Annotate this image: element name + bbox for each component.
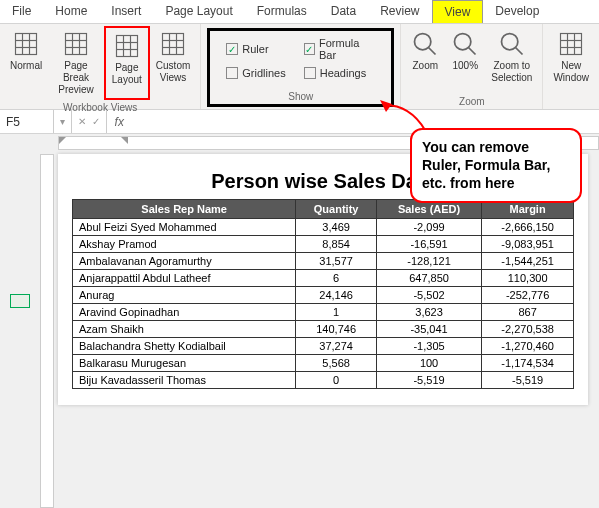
- svg-rect-26: [561, 34, 582, 55]
- table-row[interactable]: Aravind Gopinadhan13,623867: [73, 304, 574, 321]
- data-table: Sales Rep NameQuantitySales (AED)Margin …: [72, 199, 574, 389]
- table-row[interactable]: Biju Kavadasseril Thomas0-5,519-5,519: [73, 372, 574, 389]
- 100%-button[interactable]: 100%: [445, 26, 485, 94]
- vertical-ruler[interactable]: [40, 154, 54, 508]
- checkbox-gridlines[interactable]: Gridlines: [226, 67, 285, 79]
- group-zoom: Zoom100%Zoom toSelection Zoom: [401, 24, 543, 109]
- ribbon: NormalPage BreakPreviewPageLayoutCustomV…: [0, 24, 599, 110]
- column-header[interactable]: Sales Rep Name: [73, 200, 296, 219]
- row-header[interactable]: [10, 294, 30, 308]
- group-label: Show: [226, 89, 375, 104]
- group-workbook-views: NormalPage BreakPreviewPageLayoutCustomV…: [0, 24, 201, 109]
- group-show: ✓Ruler✓Formula BarGridlinesHeadings Show: [201, 24, 401, 109]
- column-header[interactable]: Quantity: [296, 200, 377, 219]
- svg-line-21: [429, 48, 436, 55]
- svg-marker-31: [380, 100, 392, 112]
- custom-button[interactable]: CustomViews: [150, 26, 196, 100]
- table-row[interactable]: Balachandra Shetty Kodialbail37,274-1,30…: [73, 338, 574, 355]
- tab-insert[interactable]: Insert: [99, 0, 153, 23]
- tab-develop[interactable]: Develop: [483, 0, 551, 23]
- checkbox-headings[interactable]: Headings: [304, 67, 376, 79]
- table-row[interactable]: Balkarasu Murugesan5,568100-1,174,534: [73, 355, 574, 372]
- tab-home[interactable]: Home: [43, 0, 99, 23]
- table-row[interactable]: Abul Feizi Syed Mohammed3,469-2,099-2,66…: [73, 219, 574, 236]
- tab-formulas[interactable]: Formulas: [245, 0, 319, 23]
- page-button[interactable]: PageLayout: [104, 26, 150, 100]
- svg-rect-15: [163, 34, 184, 55]
- tab-view[interactable]: View: [432, 0, 484, 23]
- page-break-button[interactable]: Page BreakPreview: [48, 26, 104, 100]
- svg-line-25: [515, 48, 522, 55]
- fx-label[interactable]: fx: [107, 115, 132, 129]
- svg-rect-0: [16, 34, 37, 55]
- formula-cancel[interactable]: ✕ ✓: [72, 110, 107, 133]
- name-box-dropdown[interactable]: ▾: [54, 110, 72, 133]
- svg-point-20: [415, 34, 431, 50]
- annotation-callout: You can remove Ruler, Formula Bar, etc. …: [410, 128, 582, 203]
- table-row[interactable]: Azam Shaikh140,746-35,041-2,270,538: [73, 321, 574, 338]
- svg-rect-10: [116, 36, 137, 57]
- ribbon-tabs: FileHomeInsertPage LayoutFormulasDataRev…: [0, 0, 599, 24]
- svg-point-22: [455, 34, 471, 50]
- tab-data[interactable]: Data: [319, 0, 368, 23]
- group-label: [547, 94, 595, 109]
- zoom-to-button[interactable]: Zoom toSelection: [485, 26, 538, 94]
- tab-review[interactable]: Review: [368, 0, 431, 23]
- group-window: NewWindow: [543, 24, 599, 109]
- tab-page-layout[interactable]: Page Layout: [153, 0, 244, 23]
- table-row[interactable]: Ambalavanan Agoramurthy31,577-128,121-1,…: [73, 253, 574, 270]
- checkbox-formula-bar[interactable]: ✓Formula Bar: [304, 37, 376, 61]
- svg-rect-5: [66, 34, 87, 55]
- tab-file[interactable]: File: [0, 0, 43, 23]
- normal-button[interactable]: Normal: [4, 26, 48, 100]
- table-row[interactable]: Akshay Pramod8,854-16,591-9,083,951: [73, 236, 574, 253]
- name-box[interactable]: F5: [0, 110, 54, 133]
- zoom-button[interactable]: Zoom: [405, 26, 445, 94]
- new-button[interactable]: NewWindow: [547, 26, 595, 94]
- svg-line-23: [469, 48, 476, 55]
- checkbox-ruler[interactable]: ✓Ruler: [226, 37, 285, 61]
- table-row[interactable]: Anurag24,146-5,502-252,776: [73, 287, 574, 304]
- table-row[interactable]: Anjarappattil Abdul Latheef6647,850110,3…: [73, 270, 574, 287]
- svg-point-24: [501, 34, 517, 50]
